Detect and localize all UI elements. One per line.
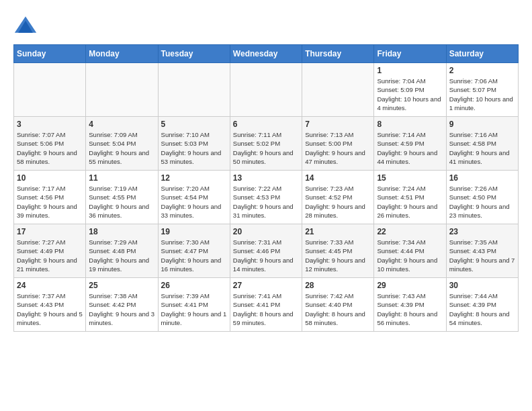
day-info: Sunrise: 7:29 AM Sunset: 4:48 PM Dayligh… bbox=[89, 238, 154, 273]
calendar-cell: 11Sunrise: 7:19 AM Sunset: 4:55 PM Dayli… bbox=[86, 171, 158, 224]
calendar-cell bbox=[302, 63, 374, 117]
col-header-saturday: Saturday bbox=[446, 45, 518, 63]
day-number: 26 bbox=[161, 281, 227, 290]
day-info: Sunrise: 7:42 AM Sunset: 4:40 PM Dayligh… bbox=[305, 291, 371, 327]
calendar-cell: 21Sunrise: 7:33 AM Sunset: 4:45 PM Dayli… bbox=[302, 224, 374, 278]
day-info: Sunrise: 7:43 AM Sunset: 4:39 PM Dayligh… bbox=[377, 291, 443, 327]
calendar-week-1: 1Sunrise: 7:04 AM Sunset: 5:09 PM Daylig… bbox=[14, 63, 519, 117]
col-header-friday: Friday bbox=[374, 45, 446, 63]
calendar-cell: 28Sunrise: 7:42 AM Sunset: 4:40 PM Dayli… bbox=[302, 278, 374, 332]
day-info: Sunrise: 7:22 AM Sunset: 4:53 PM Dayligh… bbox=[233, 184, 299, 220]
day-number: 14 bbox=[305, 173, 371, 183]
day-number: 21 bbox=[305, 227, 371, 236]
calendar-cell: 29Sunrise: 7:43 AM Sunset: 4:39 PM Dayli… bbox=[374, 278, 446, 332]
calendar-cell: 23Sunrise: 7:35 AM Sunset: 4:43 PM Dayli… bbox=[446, 224, 518, 278]
calendar-week-4: 17Sunrise: 7:27 AM Sunset: 4:49 PM Dayli… bbox=[14, 224, 519, 278]
calendar-cell: 14Sunrise: 7:23 AM Sunset: 4:52 PM Dayli… bbox=[302, 171, 374, 224]
day-number: 2 bbox=[449, 66, 515, 75]
day-info: Sunrise: 7:23 AM Sunset: 4:52 PM Dayligh… bbox=[305, 184, 371, 220]
calendar-cell: 9Sunrise: 7:16 AM Sunset: 4:58 PM Daylig… bbox=[446, 117, 518, 171]
calendar-cell bbox=[86, 63, 158, 117]
calendar-cell: 3Sunrise: 7:07 AM Sunset: 5:06 PM Daylig… bbox=[14, 117, 86, 171]
day-number: 16 bbox=[449, 173, 515, 183]
col-header-sunday: Sunday bbox=[14, 45, 86, 63]
day-number: 27 bbox=[233, 281, 299, 290]
day-number: 5 bbox=[161, 120, 227, 129]
day-number: 19 bbox=[161, 227, 227, 236]
calendar-cell: 15Sunrise: 7:24 AM Sunset: 4:51 PM Dayli… bbox=[374, 171, 446, 224]
day-number: 17 bbox=[17, 227, 83, 236]
calendar-cell bbox=[230, 63, 302, 117]
day-info: Sunrise: 7:26 AM Sunset: 4:50 PM Dayligh… bbox=[449, 184, 515, 220]
day-number: 6 bbox=[233, 120, 299, 129]
calendar-cell: 1Sunrise: 7:04 AM Sunset: 5:09 PM Daylig… bbox=[374, 63, 446, 117]
day-number: 3 bbox=[17, 120, 83, 129]
day-info: Sunrise: 7:35 AM Sunset: 4:43 PM Dayligh… bbox=[449, 238, 515, 273]
day-info: Sunrise: 7:41 AM Sunset: 4:41 PM Dayligh… bbox=[233, 291, 299, 327]
day-number: 24 bbox=[17, 281, 83, 290]
col-header-thursday: Thursday bbox=[302, 45, 374, 63]
day-info: Sunrise: 7:13 AM Sunset: 5:00 PM Dayligh… bbox=[305, 130, 371, 166]
day-number: 4 bbox=[89, 120, 154, 129]
day-info: Sunrise: 7:38 AM Sunset: 4:42 PM Dayligh… bbox=[89, 291, 154, 327]
day-number: 13 bbox=[233, 173, 299, 183]
day-info: Sunrise: 7:39 AM Sunset: 4:41 PM Dayligh… bbox=[161, 291, 227, 327]
day-number: 18 bbox=[89, 227, 154, 236]
calendar-cell: 30Sunrise: 7:44 AM Sunset: 4:39 PM Dayli… bbox=[446, 278, 518, 332]
calendar-cell: 18Sunrise: 7:29 AM Sunset: 4:48 PM Dayli… bbox=[86, 224, 158, 278]
calendar-week-3: 10Sunrise: 7:17 AM Sunset: 4:56 PM Dayli… bbox=[14, 171, 519, 224]
day-info: Sunrise: 7:19 AM Sunset: 4:55 PM Dayligh… bbox=[89, 184, 154, 220]
day-number: 28 bbox=[305, 281, 371, 290]
day-number: 15 bbox=[377, 173, 443, 183]
day-number: 12 bbox=[161, 173, 227, 183]
calendar-cell: 16Sunrise: 7:26 AM Sunset: 4:50 PM Dayli… bbox=[446, 171, 518, 224]
day-info: Sunrise: 7:04 AM Sunset: 5:09 PM Dayligh… bbox=[377, 77, 443, 112]
day-info: Sunrise: 7:11 AM Sunset: 5:02 PM Dayligh… bbox=[233, 130, 299, 166]
calendar-cell: 8Sunrise: 7:14 AM Sunset: 4:59 PM Daylig… bbox=[374, 117, 446, 171]
day-number: 29 bbox=[377, 281, 443, 290]
day-info: Sunrise: 7:07 AM Sunset: 5:06 PM Dayligh… bbox=[17, 130, 83, 166]
day-info: Sunrise: 7:20 AM Sunset: 4:54 PM Dayligh… bbox=[161, 184, 227, 220]
day-number: 30 bbox=[449, 281, 515, 290]
calendar-cell bbox=[14, 63, 86, 117]
day-number: 25 bbox=[89, 281, 154, 290]
day-info: Sunrise: 7:31 AM Sunset: 4:46 PM Dayligh… bbox=[233, 238, 299, 273]
calendar-cell: 10Sunrise: 7:17 AM Sunset: 4:56 PM Dayli… bbox=[14, 171, 86, 224]
day-info: Sunrise: 7:17 AM Sunset: 4:56 PM Dayligh… bbox=[17, 184, 83, 220]
calendar-table: SundayMondayTuesdayWednesdayThursdayFrid… bbox=[13, 44, 519, 332]
day-info: Sunrise: 7:33 AM Sunset: 4:45 PM Dayligh… bbox=[305, 238, 371, 273]
day-number: 20 bbox=[233, 227, 299, 236]
calendar-cell: 7Sunrise: 7:13 AM Sunset: 5:00 PM Daylig… bbox=[302, 117, 374, 171]
calendar-cell: 22Sunrise: 7:34 AM Sunset: 4:44 PM Dayli… bbox=[374, 224, 446, 278]
day-number: 10 bbox=[17, 173, 83, 183]
day-info: Sunrise: 7:27 AM Sunset: 4:49 PM Dayligh… bbox=[17, 238, 83, 273]
page-header bbox=[13, 13, 519, 38]
calendar-week-2: 3Sunrise: 7:07 AM Sunset: 5:06 PM Daylig… bbox=[14, 117, 519, 171]
day-info: Sunrise: 7:37 AM Sunset: 4:43 PM Dayligh… bbox=[17, 291, 83, 327]
calendar-header-row: SundayMondayTuesdayWednesdayThursdayFrid… bbox=[14, 45, 519, 63]
day-info: Sunrise: 7:14 AM Sunset: 4:59 PM Dayligh… bbox=[377, 130, 443, 166]
col-header-monday: Monday bbox=[86, 45, 158, 63]
logo bbox=[13, 13, 40, 38]
calendar-cell: 6Sunrise: 7:11 AM Sunset: 5:02 PM Daylig… bbox=[230, 117, 302, 171]
day-info: Sunrise: 7:06 AM Sunset: 5:07 PM Dayligh… bbox=[449, 77, 515, 112]
calendar-cell: 25Sunrise: 7:38 AM Sunset: 4:42 PM Dayli… bbox=[86, 278, 158, 332]
calendar-cell: 2Sunrise: 7:06 AM Sunset: 5:07 PM Daylig… bbox=[446, 63, 518, 117]
day-info: Sunrise: 7:44 AM Sunset: 4:39 PM Dayligh… bbox=[449, 291, 515, 327]
day-number: 1 bbox=[377, 66, 443, 75]
calendar-cell: 17Sunrise: 7:27 AM Sunset: 4:49 PM Dayli… bbox=[14, 224, 86, 278]
calendar-cell: 24Sunrise: 7:37 AM Sunset: 4:43 PM Dayli… bbox=[14, 278, 86, 332]
calendar-cell: 26Sunrise: 7:39 AM Sunset: 4:41 PM Dayli… bbox=[158, 278, 230, 332]
col-header-wednesday: Wednesday bbox=[230, 45, 302, 63]
calendar-cell: 4Sunrise: 7:09 AM Sunset: 5:04 PM Daylig… bbox=[86, 117, 158, 171]
calendar-cell: 12Sunrise: 7:20 AM Sunset: 4:54 PM Dayli… bbox=[158, 171, 230, 224]
calendar-cell: 19Sunrise: 7:30 AM Sunset: 4:47 PM Dayli… bbox=[158, 224, 230, 278]
day-number: 23 bbox=[449, 227, 515, 236]
day-info: Sunrise: 7:34 AM Sunset: 4:44 PM Dayligh… bbox=[377, 238, 443, 273]
day-number: 11 bbox=[89, 173, 154, 183]
calendar-cell: 27Sunrise: 7:41 AM Sunset: 4:41 PM Dayli… bbox=[230, 278, 302, 332]
day-number: 22 bbox=[377, 227, 443, 236]
calendar-week-5: 24Sunrise: 7:37 AM Sunset: 4:43 PM Dayli… bbox=[14, 278, 519, 332]
day-info: Sunrise: 7:10 AM Sunset: 5:03 PM Dayligh… bbox=[161, 130, 227, 166]
day-number: 7 bbox=[305, 120, 371, 129]
